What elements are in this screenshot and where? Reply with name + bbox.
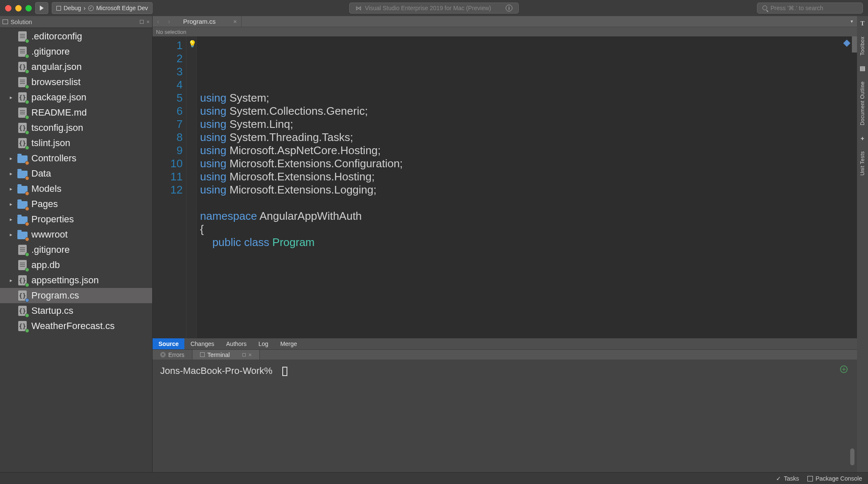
tree-item[interactable]: ▸{}package.json	[0, 90, 152, 105]
close-tab-icon[interactable]: ×	[234, 18, 237, 25]
tree-item[interactable]: ▸Properties	[0, 212, 152, 227]
tree-item[interactable]: ▸{}WeatherForecast.cs	[0, 318, 152, 334]
vcs-status-badge	[25, 252, 29, 257]
tree-item-label: .gitignore	[31, 46, 70, 57]
tasks-status[interactable]: Tasks	[776, 475, 799, 482]
code-content[interactable]: using System;using System.Collections.Ge…	[197, 36, 857, 338]
editor-tab-label: Program.cs	[183, 18, 216, 25]
vcs-status-badge	[25, 69, 29, 74]
expander-icon[interactable]: ▸	[8, 277, 14, 283]
file-icon	[17, 31, 28, 42]
global-search[interactable]: Press '⌘.' to search	[757, 3, 863, 14]
expander-icon[interactable]: ▸	[8, 232, 14, 238]
tree-item[interactable]: ▸{}appsettings.json	[0, 273, 152, 288]
minimap-scroll[interactable]	[852, 36, 857, 53]
tree-item[interactable]: ▸Models	[0, 181, 152, 196]
dock-icon[interactable]	[242, 353, 246, 357]
close-window-button[interactable]	[5, 5, 11, 11]
tree-item[interactable]: ▸{}tslint.json	[0, 136, 152, 151]
errors-tab[interactable]: × Errors	[153, 350, 192, 360]
tree-item-label: angular.json	[31, 61, 82, 72]
editor-breadcrumb[interactable]: No selection	[153, 27, 857, 36]
tree-item[interactable]: ▸app.db	[0, 257, 152, 273]
tree-item[interactable]: ▸{}Program.cs	[0, 288, 152, 303]
expander-icon[interactable]: ▸	[8, 94, 14, 100]
unit-tests-tab[interactable]: Unit Tests	[860, 151, 865, 175]
package-console-status[interactable]: Package Console	[807, 475, 862, 482]
tree-item[interactable]: ▸.editorconfig	[0, 29, 152, 44]
lightbulb-icon[interactable]: 💡	[188, 40, 197, 48]
run-button[interactable]	[35, 2, 48, 14]
dock-icon[interactable]	[140, 20, 144, 24]
close-icon[interactable]: ×	[248, 351, 252, 358]
code-file-icon: {}	[17, 305, 28, 316]
minimize-window-button[interactable]	[15, 5, 22, 11]
terminal-prompt: Jons-MacBook-Pro-Work%	[160, 365, 273, 376]
tree-item[interactable]: ▸{}angular.json	[0, 59, 152, 75]
chevron-right-icon: ›	[83, 5, 86, 11]
expander-icon[interactable]: ▸	[8, 216, 14, 222]
solution-tree[interactable]: ▸.editorconfig▸.gitignore▸{}angular.json…	[0, 28, 152, 472]
vcs-status-badge	[25, 100, 29, 104]
run-target-selector[interactable]: Debug › ✓ Microsoft Edge Dev	[52, 2, 153, 14]
vs-logo-icon: ⋈	[356, 5, 362, 11]
tree-item-label: .gitignore	[31, 244, 70, 255]
vcs-tab[interactable]: Source	[153, 338, 184, 349]
nav-forward-button[interactable]: ›	[164, 16, 175, 27]
code-file-icon: {}	[17, 122, 28, 133]
tree-item[interactable]: ▸.gitignore	[0, 242, 152, 257]
search-icon	[762, 6, 768, 11]
breadcrumb-text: No selection	[156, 29, 186, 35]
toolbox-tab[interactable]: Toolbox	[860, 36, 865, 55]
vcs-tab[interactable]: Merge	[274, 338, 303, 349]
document-outline-tab[interactable]: Document Outline	[860, 81, 865, 125]
terminal-cursor	[282, 367, 287, 376]
vcs-tab[interactable]: Log	[253, 338, 274, 349]
terminal-panel[interactable]: Jons-MacBook-Pro-Work% +	[153, 360, 857, 472]
vcs-tab[interactable]: Changes	[184, 338, 220, 349]
bottom-panel-tabs: × Errors Terminal ×	[153, 349, 857, 360]
run-target-label: Microsoft Edge Dev	[96, 5, 148, 11]
expander-icon[interactable]: ▸	[8, 201, 14, 207]
vcs-status-badge	[25, 191, 29, 196]
tree-item-label: Program.cs	[31, 290, 79, 301]
fullscreen-window-button[interactable]	[25, 5, 32, 11]
toolbox-icon[interactable]: T	[860, 20, 864, 27]
expander-icon[interactable]: ▸	[8, 186, 14, 192]
terminal-tab[interactable]: Terminal ×	[192, 350, 260, 360]
nav-back-button[interactable]: ‹	[153, 16, 164, 27]
file-icon	[17, 46, 28, 57]
file-icon	[17, 260, 28, 271]
terminal-label: Terminal	[207, 351, 230, 358]
tree-item[interactable]: ▸Controllers	[0, 151, 152, 166]
tree-item[interactable]: ▸wwwroot	[0, 227, 152, 242]
tree-item-label: Data	[31, 168, 51, 179]
tree-item[interactable]: ▸README.md	[0, 105, 152, 120]
tree-item[interactable]: ▸Pages	[0, 196, 152, 212]
tree-item[interactable]: ▸{}Startup.cs	[0, 303, 152, 318]
tree-item-label: tsconfig.json	[31, 122, 83, 133]
tree-item-label: Pages	[31, 199, 58, 210]
tab-overflow-button[interactable]: ▾	[847, 16, 857, 27]
configuration-icon	[56, 6, 61, 11]
vcs-tab[interactable]: Authors	[220, 338, 253, 349]
info-icon[interactable]: i	[506, 5, 512, 11]
tree-item[interactable]: ▸{}tsconfig.json	[0, 120, 152, 136]
editor-tab-program[interactable]: Program.cs ×	[175, 16, 242, 27]
titlebar: Debug › ✓ Microsoft Edge Dev ⋈ Visual St…	[0, 0, 868, 16]
tree-item[interactable]: ▸.gitignore	[0, 44, 152, 59]
expander-icon[interactable]: ▸	[8, 155, 14, 161]
outline-icon[interactable]: ▤	[860, 65, 865, 72]
errors-label: Errors	[168, 351, 184, 358]
unit-tests-icon[interactable]: +	[861, 135, 865, 142]
add-terminal-button[interactable]: +	[840, 365, 848, 373]
expander-icon[interactable]: ▸	[8, 171, 14, 177]
scrollbar-thumb[interactable]	[850, 448, 854, 465]
code-editor[interactable]: 123456789101112 💡 using System;using Sys…	[153, 36, 857, 338]
folder-icon	[17, 168, 28, 179]
tree-item-label: README.md	[31, 107, 87, 118]
close-icon[interactable]: ×	[146, 19, 150, 25]
tree-item[interactable]: ▸Data	[0, 166, 152, 181]
solution-title: Solution	[11, 19, 32, 25]
tree-item[interactable]: ▸browserslist	[0, 75, 152, 90]
